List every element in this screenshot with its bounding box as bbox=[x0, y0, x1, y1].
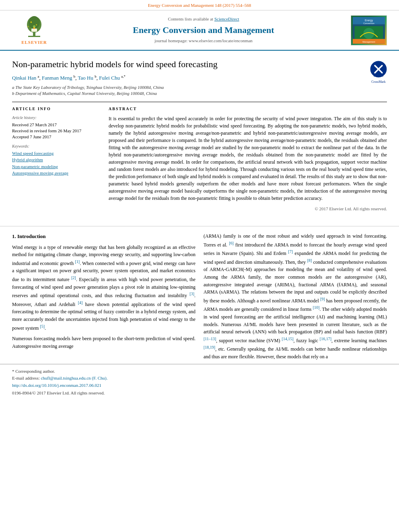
ref-4[interactable]: [4] bbox=[78, 300, 83, 305]
svg-text:✦: ✦ bbox=[30, 21, 33, 24]
elsevier-brand: ELSEVIER bbox=[21, 39, 47, 45]
history-title: Article history: bbox=[12, 115, 101, 121]
article-info-panel: ARTICLE INFO Article history: Received 2… bbox=[12, 106, 101, 212]
section-divider bbox=[0, 226, 399, 226]
keywords-section: Keywords: Wind speed forecasting Hybrid … bbox=[12, 144, 101, 177]
author-fanman[interactable]: Fanman Meng bbox=[42, 75, 72, 81]
intro-paragraph-3: (ARMA) family is one of the most robust … bbox=[204, 232, 387, 361]
doi-link[interactable]: http://dx.doi.org/10.1016/j.enconman.201… bbox=[12, 383, 101, 388]
ref-16-17[interactable]: [16,17] bbox=[320, 337, 331, 341]
svg-text:Conversion: Conversion bbox=[363, 22, 374, 25]
keyword-1[interactable]: Wind speed forecasting bbox=[12, 150, 101, 156]
crossmark-badge: CrossMark CrossMark bbox=[370, 61, 387, 84]
journal-reference: Energy Conversion and Management 148 (20… bbox=[0, 0, 399, 10]
history-section: Article history: Received 27 March 2017 … bbox=[12, 115, 101, 140]
email-link[interactable]: chufl@mail.tsinghua.edu.cn (F. Chu). bbox=[41, 376, 107, 380]
author-qinkai[interactable]: Qinkai Han bbox=[12, 75, 36, 81]
intro-paragraph-1: Wind energy is a type of renewable energ… bbox=[12, 244, 195, 332]
crossmark-label: CrossMark bbox=[370, 80, 387, 84]
ref-5[interactable]: [5] bbox=[40, 324, 45, 329]
body-left-col: 1. Introduction Wind energy is a type of… bbox=[12, 232, 195, 364]
corresponding-note: * Corresponding author. bbox=[12, 368, 387, 374]
ref-9[interactable]: [9] bbox=[320, 297, 325, 301]
issn-line: 0196-8904/© 2017 Elsevier Ltd. All right… bbox=[12, 390, 387, 396]
svg-text:Management: Management bbox=[362, 41, 375, 43]
svg-rect-6 bbox=[33, 27, 35, 29]
affiliation-a: a The State Key Laboratory of Tribology,… bbox=[12, 84, 387, 90]
ref-10[interactable]: [10] bbox=[313, 305, 320, 310]
sciencedirect-link[interactable]: ScienceDirect bbox=[214, 16, 239, 21]
journal-cover-image: Energy Conversion Management bbox=[351, 15, 387, 45]
author-fulei[interactable]: Fulei Chu bbox=[99, 75, 120, 81]
section-label: Introduction bbox=[17, 233, 46, 239]
cover-svg: Energy Conversion Management bbox=[353, 16, 385, 45]
footnotes-area: * Corresponding author. E-mail address: … bbox=[0, 364, 399, 402]
ref-6[interactable]: [6] bbox=[229, 241, 234, 245]
ref-11-13[interactable]: [11–13] bbox=[204, 337, 216, 341]
svg-text:CrossMark: CrossMark bbox=[374, 75, 384, 77]
article-info-heading: ARTICLE INFO bbox=[12, 106, 101, 112]
keyword-4[interactable]: Autoregressive moving average bbox=[12, 170, 101, 176]
elsevier-logo: ✦ ✦ ✦ ELSEVIER bbox=[20, 14, 48, 45]
ref-3[interactable]: [3] bbox=[189, 292, 194, 296]
affiliation-b: b Department of Mathematics, Capital Nor… bbox=[12, 90, 387, 97]
crossmark-icon: CrossMark bbox=[370, 61, 387, 78]
journal-name: Energy Conversion and Management bbox=[60, 24, 347, 37]
article-content: CrossMark CrossMark Non-parametric hybri… bbox=[0, 51, 399, 220]
svg-rect-5 bbox=[31, 29, 37, 32]
ref-1[interactable]: [1] bbox=[75, 259, 80, 264]
journal-cover-area: Energy Conversion Management bbox=[347, 15, 391, 45]
ref-2[interactable]: [2] bbox=[71, 275, 76, 280]
elsevier-tree-icon: ✦ ✦ ✦ bbox=[20, 14, 48, 39]
ref-14-15[interactable]: [14,15] bbox=[282, 337, 293, 341]
ref-18-19[interactable]: [18,19] bbox=[204, 345, 215, 349]
body-columns: 1. Introduction Wind energy is a type of… bbox=[0, 232, 399, 364]
journal-title-area: Contents lists available at ScienceDirec… bbox=[60, 16, 347, 44]
keyword-2[interactable]: Hybrid algorithm bbox=[12, 157, 101, 163]
intro-paragraph-2: Numerous forecasting models have been pr… bbox=[12, 335, 195, 350]
svg-rect-1 bbox=[28, 36, 40, 37]
copyright-notice: © 2017 Elsevier Ltd. All rights reserved… bbox=[109, 206, 387, 212]
journal-header: ✦ ✦ ✦ ELSEVIER Contents lists available … bbox=[0, 10, 399, 50]
author-taohu[interactable]: Tao Hu bbox=[78, 75, 93, 81]
intro-section-title: 1. Introduction bbox=[12, 232, 195, 240]
section-number: 1. bbox=[12, 233, 16, 239]
article-title: Non-parametric hybrid models for wind sp… bbox=[12, 59, 387, 70]
affiliations: a The State Key Laboratory of Tribology,… bbox=[12, 84, 387, 97]
keywords-title: Keywords: bbox=[12, 144, 101, 149]
ref-8[interactable]: [8] bbox=[307, 258, 312, 263]
abstract-heading: ABSTRACT bbox=[109, 106, 387, 112]
doi-line: http://dx.doi.org/10.1016/j.enconman.201… bbox=[12, 382, 387, 388]
ref-7[interactable]: [7] bbox=[288, 249, 293, 254]
elsevier-logo-area: ✦ ✦ ✦ ELSEVIER bbox=[8, 14, 60, 45]
authors-line: Qinkai Han a, Fanman Meng b, Tao Hu b, F… bbox=[12, 74, 387, 82]
email-line: E-mail address: chufl@mail.tsinghua.edu.… bbox=[12, 375, 387, 381]
svg-text:✦: ✦ bbox=[27, 26, 29, 28]
title-area: CrossMark CrossMark Non-parametric hybri… bbox=[12, 59, 387, 70]
revised-date: Received in revised form 26 May 2017 bbox=[12, 128, 101, 134]
body-right-col: (ARMA) family is one of the most robust … bbox=[204, 232, 387, 364]
abstract-panel: ABSTRACT It is essential to predict the … bbox=[109, 106, 387, 212]
sciencedirect-info: Contents lists available at ScienceDirec… bbox=[60, 16, 347, 22]
keyword-3[interactable]: Non-parametric modeling bbox=[12, 164, 101, 170]
svg-text:✦: ✦ bbox=[35, 24, 37, 26]
info-abstract-columns: ARTICLE INFO Article history: Received 2… bbox=[12, 102, 387, 212]
abstract-text: It is essential to predict the wind spee… bbox=[109, 115, 387, 202]
svg-text:Energy: Energy bbox=[365, 19, 373, 22]
journal-homepage: journal homepage: www.elsevier.com/locat… bbox=[60, 38, 347, 44]
accepted-date: Accepted 7 June 2017 bbox=[12, 134, 101, 140]
received-date: Received 27 March 2017 bbox=[12, 122, 101, 128]
